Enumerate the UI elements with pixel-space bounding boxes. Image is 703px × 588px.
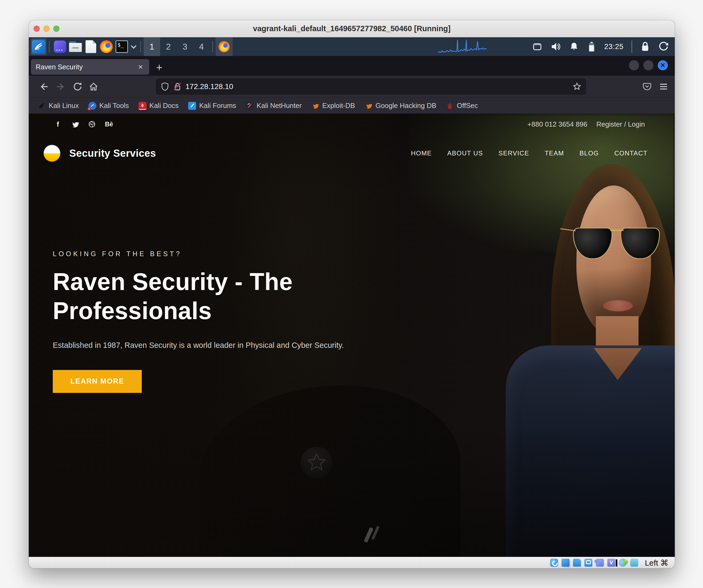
browser-close-button[interactable]: ✕ (658, 60, 668, 70)
navbar-right (642, 82, 669, 91)
back-button[interactable] (36, 78, 52, 95)
bookmark-kali-tools[interactable]: π Kali Tools (88, 101, 129, 110)
tab-title: Raven Security (36, 63, 137, 71)
exploit-db-bird-icon (311, 102, 319, 110)
clock[interactable]: 23:25 (604, 43, 624, 51)
chevron-down-icon[interactable] (131, 43, 137, 49)
bookmark-exploit-db[interactable]: Exploit-DB (311, 101, 355, 110)
notifications-bell-icon[interactable] (569, 42, 579, 52)
nav-contact[interactable]: CONTACT (614, 150, 647, 157)
volume-icon[interactable] (550, 41, 561, 52)
auto-resize-status-icon[interactable] (630, 559, 638, 567)
vbox-statusbar: V Left ⌘ (29, 557, 675, 568)
nav-service[interactable]: SERVICE (498, 150, 529, 157)
behance-icon[interactable]: Bē (104, 120, 113, 129)
main-nav: HOME ABOUT US SERVICE TEAM BLOG CONTACT (411, 150, 647, 157)
taskbar-firefox-window[interactable] (216, 37, 233, 56)
bookmark-kali-docs[interactable]: ϕ Kali Docs (139, 101, 179, 110)
tab-close-button[interactable]: × (137, 62, 144, 71)
new-tab-button[interactable]: + (156, 62, 162, 74)
kali-tools-icon: π (88, 102, 96, 110)
lock-screen-icon[interactable] (640, 41, 650, 52)
bookmark-offsec[interactable]: OffSec (446, 101, 478, 110)
text-editor-button[interactable] (83, 39, 99, 55)
firefox-icon (100, 40, 113, 53)
bookmark-kali-nethunter[interactable]: Kali NetHunter (246, 101, 302, 110)
workspace-4[interactable]: 4 (193, 37, 210, 56)
kali-panel: $_ 1 2 3 4 (29, 37, 675, 56)
url-text[interactable]: 172.28.128.10 (185, 82, 572, 91)
vm-window: vagrant-kali_default_1649657277982_50460… (29, 20, 675, 568)
kali-dragon-icon (38, 102, 46, 110)
network-displays-status-icon[interactable] (561, 559, 569, 567)
site-topbar: f Bē +880 012 3654 896 Register / Login (29, 117, 675, 131)
workspace-2[interactable]: 2 (160, 37, 177, 56)
brand[interactable]: Security Services (44, 145, 156, 161)
virtualization-status-icon[interactable]: V (607, 559, 615, 567)
nav-team[interactable]: TEAM (545, 150, 564, 157)
brand-logo-icon (44, 145, 60, 161)
kali-menu-button[interactable] (31, 39, 47, 55)
browser-maximize-button[interactable] (643, 60, 653, 70)
bookmark-kali-linux[interactable]: Kali Linux (38, 101, 79, 110)
kali-docs-icon: ϕ (139, 102, 147, 110)
url-bar[interactable]: 172.28.128.10 (156, 79, 586, 94)
shared-folder-status-icon[interactable] (573, 559, 581, 567)
video-capture-status-icon[interactable] (596, 559, 604, 567)
workspace-1[interactable]: 1 (144, 37, 160, 56)
bookmark-star-icon[interactable] (572, 82, 581, 91)
terminal-icon: $_ (115, 41, 128, 53)
register-login-link[interactable]: Register / Login (597, 120, 645, 129)
app-grid-button[interactable] (52, 39, 68, 55)
dribbble-icon[interactable] (87, 120, 96, 129)
file-manager-button[interactable] (68, 39, 83, 55)
firefox-icon (219, 41, 230, 52)
panel-separator (141, 41, 141, 52)
text-editor-icon (86, 40, 96, 53)
browser-tab[interactable]: Raven Security × (31, 59, 149, 75)
hero-copy: LOOKING FOR THE BEST? Raven Security - T… (53, 250, 426, 393)
bookmark-google-hacking-db[interactable]: Google Hacking DB (365, 101, 436, 110)
mouse-integration-status-icon[interactable] (619, 559, 627, 567)
tray-separator (632, 41, 632, 53)
panel-separator (49, 41, 50, 52)
nav-blog[interactable]: BLOG (579, 150, 599, 157)
home-button[interactable] (85, 78, 102, 95)
screen-tray-icon[interactable] (532, 42, 542, 52)
facebook-icon[interactable]: f (53, 120, 62, 129)
bookmark-kali-forums[interactable]: Kali Forums (188, 101, 236, 110)
logout-icon[interactable] (658, 41, 669, 52)
forward-button[interactable] (52, 78, 69, 95)
firefox-navbar: 172.28.128.10 (29, 76, 675, 97)
nav-home[interactable]: HOME (411, 150, 432, 157)
terminal-button[interactable]: $_ (114, 39, 130, 55)
browser-window-controls: ✕ (629, 60, 668, 70)
firefox-launcher-button[interactable] (99, 39, 114, 55)
workspace-3[interactable]: 3 (177, 37, 193, 56)
audio-waveform-graph (438, 40, 510, 54)
kali-nethunter-icon (246, 102, 254, 110)
site-header: Security Services HOME ABOUT US SERVICE … (29, 139, 675, 168)
learn-more-button[interactable]: LEARN MORE (53, 370, 142, 393)
app-grid-icon (54, 41, 66, 53)
topbar-right: +880 012 3654 896 Register / Login (527, 120, 645, 129)
twitter-icon[interactable] (70, 120, 79, 129)
vm-window-title: vagrant-kali_default_1649657277982_50460… (29, 24, 675, 33)
hero-eyebrow: LOOKING FOR THE BEST? (53, 250, 426, 258)
pocket-icon[interactable] (642, 82, 652, 91)
nav-about-us[interactable]: ABOUT US (447, 150, 483, 157)
display-status-icon[interactable] (584, 559, 593, 567)
reload-button[interactable] (69, 78, 85, 95)
hard-disk-status-icon[interactable] (550, 559, 558, 567)
vm-titlebar: vagrant-kali_default_1649657277982_50460… (29, 20, 675, 37)
bookmarks-bar: Kali Linux π Kali Tools ϕ Kali Docs Kali… (29, 97, 675, 114)
tracking-shield-icon[interactable] (160, 82, 169, 91)
menu-hamburger-icon[interactable] (659, 82, 669, 91)
battery-icon[interactable] (587, 41, 596, 52)
phone-number: +880 012 3654 896 (527, 120, 588, 129)
system-tray: 23:25 (532, 37, 675, 56)
host-key-label: Left ⌘ (645, 558, 669, 568)
browser-minimize-button[interactable] (629, 60, 639, 70)
insecure-lock-icon[interactable] (173, 82, 182, 91)
brand-name: Security Services (69, 148, 156, 159)
